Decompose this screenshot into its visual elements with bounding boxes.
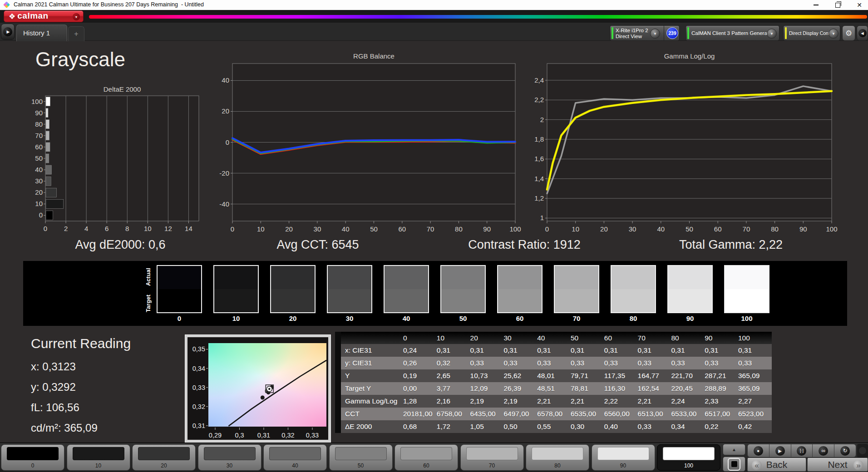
table-row-label: Gamma Log/Log bbox=[341, 395, 403, 408]
table-cell: 0,40 bbox=[604, 420, 638, 433]
display-control-dropdown-icon[interactable]: ▼ bbox=[829, 29, 838, 39]
svg-text:0,33: 0,33 bbox=[192, 384, 205, 391]
table-column-header: 10 bbox=[437, 332, 470, 344]
table-cell: 0,31 bbox=[638, 344, 671, 357]
display-control-dropdown[interactable]: Direct Display Control ▼ bbox=[783, 25, 840, 41]
pattern-window-button[interactable] bbox=[723, 457, 745, 472]
pattern-level-label: 10 bbox=[67, 462, 130, 469]
levels-expand-button[interactable]: ▲ bbox=[723, 444, 745, 455]
stop-icon: ■ bbox=[754, 446, 763, 456]
pattern-level-button-0[interactable]: 0 bbox=[1, 444, 64, 471]
minimize-icon bbox=[814, 5, 819, 5]
meter-dropdown[interactable]: X-Rite i1Pro 2 Direct View ▼ 239 bbox=[610, 25, 680, 41]
pattern-generator-dropdown-icon[interactable]: ▼ bbox=[767, 29, 777, 39]
table-cell: 0,68 bbox=[403, 420, 437, 433]
table-cell: 0,22 bbox=[705, 420, 738, 433]
table-cell: 0,34 bbox=[671, 420, 705, 433]
current-reading-y: y: 0,3292 bbox=[31, 381, 76, 393]
play-button[interactable]: ▶ bbox=[769, 444, 791, 457]
grayscale-swatch-60 bbox=[497, 265, 542, 313]
current-reading-heading: Current Reading bbox=[31, 336, 131, 351]
pattern-level-label: 50 bbox=[330, 462, 392, 469]
table-cell: 0,33 bbox=[604, 357, 638, 369]
gear-icon: ⚙ bbox=[845, 29, 852, 38]
svg-text:10: 10 bbox=[572, 225, 579, 233]
pattern-level-swatch bbox=[73, 447, 124, 460]
current-reading-fl: fL: 106,56 bbox=[31, 401, 79, 414]
table-cell: 2,19 bbox=[503, 395, 537, 408]
minimize-button[interactable] bbox=[812, 1, 820, 9]
pattern-level-button-100[interactable]: 100 bbox=[657, 444, 720, 471]
pattern-level-button-20[interactable]: 20 bbox=[132, 444, 196, 471]
refresh-button[interactable]: ↻ bbox=[834, 444, 856, 457]
tab-scroll-button[interactable]: ▶ bbox=[1, 24, 15, 40]
pattern-level-swatch bbox=[204, 447, 256, 460]
pattern-level-button-50[interactable]: 50 bbox=[329, 444, 393, 471]
pattern-level-label: 70 bbox=[461, 462, 523, 469]
pattern-level-swatch bbox=[663, 447, 715, 460]
table-column-header: 20 bbox=[470, 332, 504, 344]
settings-button[interactable]: ⚙ bbox=[842, 25, 855, 41]
close-button[interactable]: ✕ bbox=[855, 1, 863, 9]
pattern-level-button-30[interactable]: 30 bbox=[198, 444, 261, 471]
svg-text:10: 10 bbox=[35, 200, 43, 207]
calman-menu-dropdown-icon[interactable]: ▼ bbox=[73, 13, 80, 20]
svg-text:0,31: 0,31 bbox=[192, 422, 205, 429]
rgb-balance-chart: RGB Balance40200-20-40010203040506070809… bbox=[200, 51, 523, 236]
meter-count-badge[interactable]: 239 bbox=[666, 27, 678, 39]
current-reading-cdm2: cd/m²: 365,09 bbox=[31, 422, 98, 434]
svg-text:90: 90 bbox=[483, 225, 491, 233]
pattern-generator-dropdown[interactable]: CalMAN Client 3 Pattern Generator ▼ bbox=[686, 25, 779, 41]
table-cell: 1,28 bbox=[403, 395, 437, 408]
pattern-level-button-10[interactable]: 10 bbox=[67, 444, 130, 471]
table-row: ΔE 20000,681,721,050,500,550,300,400,330… bbox=[335, 420, 772, 433]
table-cell: 0,55 bbox=[537, 420, 571, 433]
pattern-level-button-60[interactable]: 60 bbox=[395, 444, 458, 471]
table-row-label: y: CIE31 bbox=[341, 357, 403, 369]
svg-text:90: 90 bbox=[35, 109, 43, 117]
table-cell: 0,31 bbox=[571, 344, 604, 357]
svg-text:DeltaE 2000: DeltaE 2000 bbox=[104, 85, 141, 93]
svg-text:0,35: 0,35 bbox=[192, 345, 205, 353]
swatch-level-label: 100 bbox=[724, 315, 769, 322]
app-icon bbox=[3, 1, 10, 8]
pattern-level-button-40[interactable]: 40 bbox=[263, 444, 327, 471]
table-cell: 1,72 bbox=[437, 420, 470, 433]
next-button[interactable]: Next » bbox=[807, 458, 868, 472]
pattern-level-swatch bbox=[466, 447, 518, 460]
svg-text:60: 60 bbox=[714, 225, 722, 233]
svg-text:10: 10 bbox=[144, 225, 152, 232]
swatch-level-label: 80 bbox=[611, 315, 656, 322]
table-cell: 12,09 bbox=[470, 382, 504, 395]
table-cell: 1,05 bbox=[470, 420, 504, 433]
meter-dropdown-icon[interactable]: ▼ bbox=[650, 29, 660, 39]
svg-text:1,2: 1,2 bbox=[534, 194, 544, 202]
continuous-measure-button[interactable]: ∞ bbox=[813, 444, 834, 457]
table-column-header: 30 bbox=[503, 332, 537, 344]
stop-button[interactable]: ■ bbox=[748, 444, 769, 457]
restore-button[interactable] bbox=[833, 1, 842, 9]
single-measure-button[interactable]: [·] bbox=[791, 444, 813, 457]
pattern-level-button-90[interactable]: 90 bbox=[592, 444, 655, 471]
tab-history-1[interactable]: History 1 bbox=[16, 25, 67, 41]
pattern-level-button-80[interactable]: 80 bbox=[526, 444, 589, 471]
rainbow-spectrum-strip bbox=[89, 15, 867, 19]
swatch-row-label-actual: Actual bbox=[145, 265, 153, 290]
collapse-panel-button[interactable]: ◀ bbox=[857, 25, 868, 41]
back-button[interactable]: « Back bbox=[747, 458, 806, 472]
add-tab-button[interactable]: + bbox=[68, 26, 84, 41]
grayscale-swatch-strip: ActualTarget0102030405060708090100 bbox=[23, 261, 847, 326]
pattern-level-label: 80 bbox=[526, 462, 589, 469]
table-cell: 79,71 bbox=[571, 369, 604, 382]
disabled-indicator bbox=[859, 447, 866, 454]
calman-menu-button[interactable]: ❖ calman ▼ bbox=[4, 10, 84, 22]
svg-text:10: 10 bbox=[257, 225, 265, 233]
table-cell: 164,77 bbox=[638, 369, 671, 382]
table-header-row: 0102030405060708090100 bbox=[335, 332, 772, 344]
table-cell: 2,24 bbox=[671, 395, 705, 408]
pattern-level-button-70[interactable]: 70 bbox=[460, 444, 524, 471]
window-title: Calman 2021 Calman Ultimate for Business… bbox=[14, 1, 204, 8]
table-cell: 0,00 bbox=[403, 382, 437, 395]
svg-text:1: 1 bbox=[540, 214, 544, 221]
svg-text:40: 40 bbox=[657, 225, 665, 233]
